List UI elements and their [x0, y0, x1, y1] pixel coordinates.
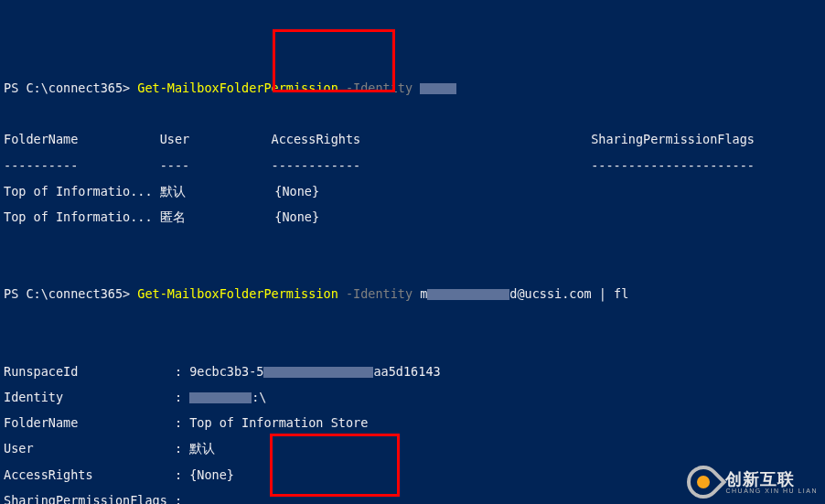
fl-label: FolderName: [4, 415, 78, 430]
ps-prompt: PS C:\connect365>: [4, 286, 137, 301]
command-2: Get-MailboxFolderPermission: [137, 286, 338, 301]
watermark: 创新互联 CHUANG XIN HU LIAN: [687, 466, 818, 499]
table-row: Top of Informatio... 默认 {None}: [4, 184, 319, 198]
col2-dash: ----: [160, 158, 190, 173]
watermark-subtext: CHUANG XIN HU LIAN: [725, 488, 818, 494]
col2-header: User: [160, 132, 190, 146]
terminal-output[interactable]: PS C:\connect365> Get-MailboxFolderPermi…: [4, 56, 821, 504]
fl-value: {None}: [189, 467, 234, 482]
pipe-fl: | fl: [592, 286, 629, 301]
fl-value: Top of Information Store: [189, 415, 368, 430]
fl-label: User: [4, 441, 34, 456]
fl-label: Identity: [4, 390, 63, 404]
watermark-logo-icon: [687, 466, 720, 499]
col3-header: AccessRights: [272, 132, 361, 146]
fl-value: :\: [252, 390, 266, 404]
col4-dash: ----------------------: [591, 158, 755, 173]
col1-dash: ----------: [4, 158, 78, 173]
param-identity-2: -Identity: [338, 286, 420, 301]
fl-value: 默认: [189, 441, 215, 456]
command-1: Get-MailboxFolderPermission: [137, 80, 338, 95]
identity-2-suffix: @ucssi.com: [517, 286, 591, 301]
ps-prompt: PS C:\connect365>: [4, 80, 137, 95]
param-identity-1: -Identity: [338, 80, 420, 95]
col4-header: SharingPermissionFlags: [591, 132, 755, 146]
fl-label: RunspaceId: [4, 364, 78, 379]
col3-dash: ------------: [272, 158, 361, 173]
fl-value: 9ecbc3b3-5: [189, 364, 263, 379]
fl-label: SharingPermissionFlags: [4, 493, 167, 504]
fl-label: AccessRights: [4, 467, 93, 482]
table-row: Top of Informatio... 匿名 {None}: [4, 209, 319, 224]
watermark-text: 创新互联: [725, 471, 818, 488]
col1-header: FolderName: [4, 132, 78, 146]
